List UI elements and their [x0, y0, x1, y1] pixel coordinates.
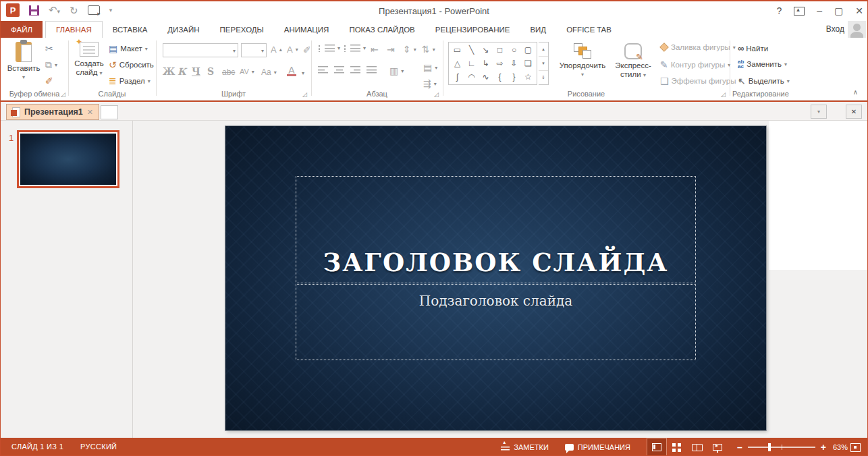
copy-dropdown-icon[interactable]: ▾: [55, 62, 57, 68]
shape-fill-button[interactable]: Заливка фигуры▾: [660, 43, 736, 51]
document-tabs-dropdown-icon[interactable]: ▾: [811, 105, 827, 119]
ribbon-display-options-icon[interactable]: [794, 7, 805, 16]
arrange-dropdown-icon[interactable]: ▾: [581, 70, 584, 79]
comments-toggle[interactable]: ПРИМЕЧАНИЯ: [565, 443, 630, 451]
close-icon[interactable]: ✕: [855, 5, 863, 16]
tab-view[interactable]: ВИД: [520, 21, 556, 38]
shape-elbow[interactable]: ∟: [464, 57, 479, 70]
align-right-button[interactable]: [350, 66, 360, 74]
shape-curve[interactable]: ∿: [479, 70, 493, 84]
slideshow-view-button[interactable]: [707, 438, 728, 456]
clear-formatting-button[interactable]: ✐: [303, 45, 311, 55]
shape-star[interactable]: ☆: [521, 70, 535, 84]
underline-button[interactable]: Ч: [192, 66, 200, 77]
shapes-gallery[interactable]: ▭ ╲ ↘ □ ○ ▢ △ ∟ ↳ ⇨ ⇩ ❏ ʃ ◠ ∿ { } ☆: [448, 42, 537, 85]
font-name-dropdown-icon[interactable]: ▾: [233, 48, 236, 54]
tab-design[interactable]: ДИЗАЙН: [157, 21, 209, 38]
subtitle-placeholder[interactable]: Подзаголовок слайда: [296, 284, 696, 360]
replace-button[interactable]: abacЗаменить▾: [738, 59, 787, 69]
tab-insert[interactable]: ВСТАВКА: [103, 21, 158, 38]
shape-left-brace[interactable]: {: [493, 70, 507, 84]
shape-right-arrow[interactable]: ⇨: [493, 57, 507, 70]
font-size-combo[interactable]: ▾: [241, 43, 267, 57]
help-icon[interactable]: ?: [776, 5, 782, 16]
font-name-combo[interactable]: ▾: [163, 43, 238, 57]
slide-thumbnail-selected[interactable]: [17, 130, 119, 188]
tab-file[interactable]: ФАЙЛ: [1, 21, 43, 38]
drawing-dialog-launcher-icon[interactable]: ◿: [721, 91, 726, 98]
shapes-scroll-up-icon[interactable]: ▴: [539, 42, 548, 56]
slide-title-text[interactable]: ЗАГОЛОВОК СЛАЙДА: [296, 248, 695, 277]
normal-view-button[interactable]: [647, 438, 667, 456]
tab-review[interactable]: РЕЦЕНЗИРОВАНИЕ: [425, 21, 520, 38]
numbering-button[interactable]: ▾: [344, 45, 366, 52]
italic-button[interactable]: К: [178, 66, 186, 77]
shapes-scroll-down-icon[interactable]: ▾: [539, 56, 548, 70]
shape-elbow-arrow[interactable]: ↳: [479, 57, 493, 70]
character-spacing-button[interactable]: AV▾: [240, 67, 254, 76]
quick-styles-button[interactable]: Экспресс- стили ▾: [610, 43, 656, 80]
grow-font-button[interactable]: A▴: [271, 45, 282, 55]
bold-button[interactable]: Ж: [163, 66, 175, 77]
tab-slideshow[interactable]: ПОКАЗ СЛАЙДОВ: [339, 21, 425, 38]
zoom-slider-handle[interactable]: [768, 443, 771, 451]
slide-canvas[interactable]: ЗАГОЛОВОК СЛАЙДА Подзаголовок слайда: [225, 126, 766, 430]
font-dialog-launcher-icon[interactable]: ◿: [302, 91, 307, 98]
align-text-button[interactable]: ▤▾: [423, 62, 437, 73]
slide-counter[interactable]: СЛАЙД 1 ИЗ 1: [11, 443, 63, 451]
new-slide-button[interactable]: ✦ Создать слайд ▾: [72, 42, 106, 78]
align-left-button[interactable]: [318, 66, 328, 74]
slide-subtitle-text[interactable]: Подзаголовок слайда: [296, 293, 695, 309]
maximize-icon[interactable]: ▢: [834, 5, 843, 16]
line-spacing-button[interactable]: ⇕▾: [403, 44, 416, 55]
arrange-button[interactable]: Упорядочить ▾: [556, 43, 609, 79]
zoom-slider-track[interactable]: [748, 447, 815, 448]
convert-smartart-button[interactable]: ⇶▾: [423, 78, 437, 89]
paste-dropdown-icon[interactable]: ▾: [22, 73, 25, 82]
shrink-font-button[interactable]: A▾: [287, 45, 298, 55]
collapse-ribbon-icon[interactable]: ∧: [853, 88, 858, 96]
shape-outline-button[interactable]: ✎Контур фигуры▾: [660, 59, 730, 70]
format-painter-button[interactable]: ✐: [45, 76, 53, 86]
layout-button[interactable]: ▤Макет▾: [109, 43, 148, 54]
align-center-button[interactable]: [334, 66, 344, 74]
new-document-tab-button[interactable]: [101, 105, 118, 119]
document-tab-active[interactable]: Презентация1 ✕: [6, 104, 99, 120]
columns-button[interactable]: ▥▾: [389, 65, 404, 76]
font-color-button[interactable]: А: [287, 65, 296, 76]
shape-rounded-rectangle[interactable]: ▢: [521, 43, 535, 57]
zoom-in-icon[interactable]: +: [821, 442, 826, 453]
shape-right-brace[interactable]: }: [507, 70, 521, 84]
strikethrough-button[interactable]: abc: [222, 67, 235, 77]
font-color-dropdown-icon[interactable]: ▾: [302, 70, 304, 76]
justify-button[interactable]: [367, 66, 377, 74]
text-direction-button[interactable]: ⇅▾: [422, 44, 435, 55]
avatar[interactable]: [848, 21, 866, 38]
shape-triangle[interactable]: △: [450, 57, 464, 70]
minimize-icon[interactable]: –: [817, 5, 822, 16]
bullets-button[interactable]: ▾: [318, 45, 340, 52]
decrease-indent-button[interactable]: ⇤: [371, 44, 379, 55]
cut-button[interactable]: ✂: [45, 43, 53, 54]
find-button[interactable]: ∞Найти: [738, 43, 768, 53]
zoom-percentage[interactable]: 63%: [833, 443, 848, 451]
notes-toggle[interactable]: ЗАМЕТКИ: [501, 443, 549, 451]
copy-button[interactable]: ⧉▾: [45, 59, 57, 71]
tab-home[interactable]: ГЛАВНАЯ: [45, 21, 103, 38]
sign-in-link[interactable]: Вход: [826, 24, 844, 34]
shape-scribble[interactable]: ʃ: [450, 70, 464, 84]
shape-rectangle[interactable]: □: [493, 43, 507, 57]
shape-arc[interactable]: ◠: [464, 70, 479, 84]
reading-view-button[interactable]: [687, 438, 707, 456]
title-placeholder[interactable]: ЗАГОЛОВОК СЛАЙДА: [296, 176, 696, 283]
section-button[interactable]: ≣Раздел▾: [109, 76, 151, 86]
shape-callout[interactable]: ❏: [521, 57, 535, 70]
paragraph-dialog-launcher-icon[interactable]: ◿: [434, 91, 439, 98]
clipboard-dialog-launcher-icon[interactable]: ◿: [61, 91, 65, 98]
shape-line[interactable]: ╲: [464, 43, 479, 57]
tab-office-tab[interactable]: OFFICE TAB: [556, 21, 622, 38]
zoom-out-icon[interactable]: –: [737, 442, 742, 453]
font-size-dropdown-icon[interactable]: ▾: [261, 48, 264, 54]
shapes-more-icon[interactable]: ⇓: [539, 70, 548, 84]
shape-text-box[interactable]: ▭: [450, 43, 464, 57]
